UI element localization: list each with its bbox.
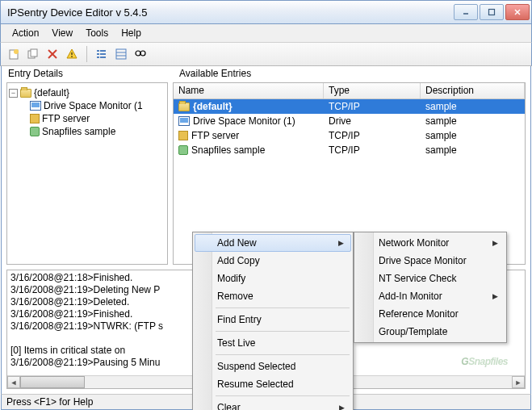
svg-rect-18 bbox=[100, 56, 106, 58]
context-menu: Add New▶ Add Copy Modify Remove Find Ent… bbox=[192, 232, 354, 410]
menu-item-find-entry[interactable]: Find Entry bbox=[195, 311, 351, 328]
tree-pane[interactable]: − {default} Drive Space Monitor (1 FTP s… bbox=[6, 82, 168, 265]
toolbar-delete-icon[interactable] bbox=[44, 46, 61, 62]
window-title: IPSentry Device Editor v 5.4.5 bbox=[7, 6, 454, 19]
menu-item-clear[interactable]: Clear▶ bbox=[195, 399, 351, 410]
row-name: FTP server bbox=[191, 130, 239, 141]
menu-item-suspend[interactable]: Suspend Selected bbox=[195, 358, 351, 375]
submenu-item-drive[interactable]: Drive Space Monitor bbox=[356, 252, 505, 270]
list-row[interactable]: FTP server TCP/IP sample bbox=[174, 128, 525, 143]
menu-item-remove[interactable]: Remove bbox=[195, 287, 351, 305]
submenu-arrow-icon: ▶ bbox=[339, 404, 345, 410]
ftp-icon bbox=[30, 114, 40, 123]
submenu-item-group[interactable]: Group/Template bbox=[356, 323, 505, 341]
log-line: 3/16/2008@21:19>Finished. bbox=[10, 308, 132, 320]
list-row[interactable]: Snapfiles sample TCP/IP sample bbox=[174, 143, 525, 157]
tree-item-label: Snapfiles sample bbox=[42, 126, 115, 137]
menu-help[interactable]: Help bbox=[115, 26, 148, 40]
window-buttons bbox=[454, 4, 530, 20]
context-submenu: Network Monitor▶ Drive Space Monitor NT … bbox=[354, 232, 507, 343]
list-row[interactable]: {default} TCP/IP sample bbox=[174, 99, 525, 114]
scroll-left-icon[interactable]: ◄ bbox=[7, 376, 20, 388]
maximize-button[interactable] bbox=[480, 4, 504, 20]
row-desc: sample bbox=[421, 101, 525, 112]
monitor-icon bbox=[30, 101, 41, 111]
toolbar-find-icon[interactable] bbox=[132, 46, 149, 62]
scroll-right-icon[interactable]: ► bbox=[512, 376, 525, 388]
svg-rect-13 bbox=[97, 50, 99, 52]
toolbar-list-icon[interactable] bbox=[94, 46, 110, 62]
tree-collapse-icon[interactable]: − bbox=[9, 89, 18, 98]
list-pane-label: Available Entries bbox=[179, 68, 251, 81]
menubar: Action View Tools Help bbox=[0, 24, 532, 42]
menu-separator bbox=[216, 354, 350, 355]
toolbar-new-icon[interactable] bbox=[6, 46, 22, 62]
svg-rect-15 bbox=[97, 53, 99, 55]
svg-point-5 bbox=[14, 49, 19, 54]
scroll-thumb[interactable] bbox=[20, 376, 85, 388]
row-name: Drive Space Monitor (1) bbox=[193, 115, 295, 127]
menu-action[interactable]: Action bbox=[6, 26, 45, 40]
row-name: {default} bbox=[193, 101, 232, 112]
svg-point-12 bbox=[71, 56, 73, 57]
tree-item[interactable]: FTP server bbox=[30, 112, 165, 125]
row-type: TCP/IP bbox=[324, 144, 421, 156]
folder-icon bbox=[20, 89, 31, 98]
toolbar-separator bbox=[86, 46, 87, 62]
tree-item[interactable]: Snapfiles sample bbox=[30, 125, 165, 138]
row-type: TCP/IP bbox=[324, 101, 421, 112]
svg-rect-7 bbox=[31, 49, 37, 56]
tree-root[interactable]: − {default} bbox=[9, 86, 165, 99]
submenu-arrow-icon: ▶ bbox=[492, 239, 498, 247]
submenu-item-nt[interactable]: NT Service Check bbox=[356, 270, 505, 287]
menu-item-test-live[interactable]: Test Live bbox=[195, 334, 351, 352]
svg-rect-14 bbox=[100, 50, 106, 52]
log-line: 3/16/2008@21:19>Deleted. bbox=[10, 296, 129, 308]
menu-item-modify[interactable]: Modify bbox=[195, 270, 351, 287]
list-row[interactable]: Drive Space Monitor (1) Drive sample bbox=[174, 114, 525, 128]
toolbar-copy-icon[interactable] bbox=[25, 46, 41, 62]
status-text: Press <F1> for Help bbox=[6, 396, 93, 408]
column-type[interactable]: Type bbox=[324, 83, 421, 98]
minimize-button[interactable] bbox=[454, 4, 478, 20]
row-desc: sample bbox=[421, 115, 525, 127]
row-type: TCP/IP bbox=[324, 130, 421, 141]
toolbar-details-icon[interactable] bbox=[113, 46, 129, 62]
svg-point-23 bbox=[140, 51, 145, 56]
row-desc: sample bbox=[421, 130, 525, 141]
monitor-icon bbox=[178, 116, 190, 126]
submenu-item-reference[interactable]: Reference Monitor bbox=[356, 305, 505, 323]
menu-item-add-copy[interactable]: Add Copy bbox=[195, 252, 351, 270]
menu-item-add-new[interactable]: Add New▶ bbox=[195, 234, 351, 252]
folder-icon bbox=[178, 102, 190, 111]
menu-item-resume[interactable]: Resume Selected bbox=[195, 375, 351, 393]
row-name: Snapfiles sample bbox=[191, 144, 265, 156]
tree-item-label: Drive Space Monitor (1 bbox=[44, 100, 143, 111]
toolbar-warning-icon[interactable] bbox=[64, 46, 80, 62]
snap-icon bbox=[178, 145, 188, 155]
svg-rect-1 bbox=[489, 10, 495, 15]
ftp-icon bbox=[178, 131, 188, 140]
close-button[interactable] bbox=[505, 4, 530, 20]
row-type: Drive bbox=[324, 115, 421, 127]
toolbar bbox=[0, 42, 532, 66]
log-line: [0] Items in critical state on bbox=[10, 345, 125, 356]
pane-labels: Entry Details Available Entries bbox=[8, 68, 524, 81]
submenu-arrow-icon: ▶ bbox=[492, 292, 498, 300]
snap-icon bbox=[30, 127, 40, 136]
column-name[interactable]: Name bbox=[174, 83, 324, 98]
menu-view[interactable]: View bbox=[45, 26, 79, 40]
menu-separator bbox=[216, 331, 350, 332]
submenu-item-addin[interactable]: Add-In Monitor▶ bbox=[356, 287, 505, 305]
menu-separator bbox=[216, 395, 350, 396]
menu-tools[interactable]: Tools bbox=[79, 26, 115, 40]
tree-item-label: FTP server bbox=[42, 113, 90, 124]
column-description[interactable]: Description bbox=[421, 83, 525, 98]
svg-rect-17 bbox=[97, 56, 99, 58]
submenu-item-network[interactable]: Network Monitor▶ bbox=[356, 234, 505, 252]
menu-separator bbox=[216, 308, 350, 308]
tree-item[interactable]: Drive Space Monitor (1 bbox=[30, 99, 165, 112]
log-line: 3/16/2008@21:19>NTWRK: (FTP s bbox=[10, 320, 163, 332]
svg-rect-16 bbox=[100, 53, 106, 55]
svg-rect-19 bbox=[116, 49, 126, 59]
